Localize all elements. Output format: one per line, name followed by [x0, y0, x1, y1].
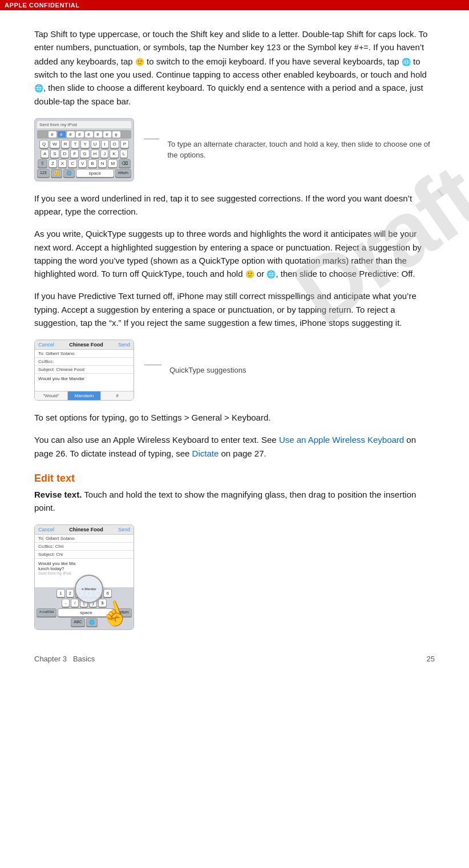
page-footer: Chapter 3 Basics 25: [34, 655, 435, 663]
msg-send: Send: [118, 342, 130, 348]
section-edit-text: Edit text: [34, 473, 435, 485]
para-settings: To set options for typing, go to Setting…: [34, 411, 435, 424]
confidential-bar: APPLE CONFIDENTIAL: [0, 0, 469, 10]
key-u: U: [91, 140, 100, 148]
figure-keyboard: Sent from my iPod è é ê ë ē ĕ ė ę Q W R: [34, 118, 435, 181]
intro-or: or the Symbol key: [281, 42, 354, 52]
key-p: P: [120, 140, 129, 148]
key-abc: ABC: [71, 618, 84, 627]
qt-word-1: "Would": [35, 391, 68, 400]
msg2-cancel: Cancel: [38, 527, 54, 532]
key-x: X: [58, 159, 67, 168]
msg-subject: Subject: Chinese Food: [35, 366, 134, 374]
key-d: D: [60, 150, 70, 158]
emoji-icon: 🙂: [135, 58, 144, 66]
key-o: O: [110, 140, 119, 148]
qt-word-2: Mandarin: [68, 391, 101, 400]
alt-char-e-circ: ê: [67, 131, 75, 138]
key-y: Y: [80, 140, 89, 148]
msg2-body: Would you like Ma lunch today? Sent from…: [35, 559, 134, 587]
globe-icon-2: 🌐: [34, 84, 43, 92]
figure2-caption-block: QuickType suggestions: [144, 365, 246, 376]
key-6: 6: [103, 589, 111, 597]
revise-bold: Revise text.: [34, 490, 82, 499]
quicktype-text-2: , then slide to choose Predictive: Off.: [276, 269, 415, 278]
smile-icon-qt: 🙂: [245, 270, 254, 278]
key-space: space: [76, 169, 114, 177]
footer-chapter: Chapter 3 Basics: [34, 655, 95, 663]
key-c: C: [68, 159, 77, 168]
key-2: 2: [66, 589, 74, 597]
key-shift: ⇧: [38, 159, 47, 168]
key-return: return: [115, 169, 131, 177]
keyboard-header: Sent from my iPod: [37, 121, 131, 129]
keyboard-mockup: Sent from my iPod è é ê ë ē ĕ ė ę Q W R: [34, 118, 134, 181]
key-b: B: [88, 159, 96, 168]
intro-emoji-hint: to switch to the emoji keyboard. If you …: [144, 56, 402, 66]
msg2-body-text: Would you like Ma: [38, 561, 130, 566]
callout-dash: [144, 139, 159, 139]
key-q: Q: [39, 140, 48, 148]
key-globe2: 🌐: [86, 618, 98, 627]
alt-char-e-uml: ë: [76, 131, 84, 138]
msg2-body-text2: lunch today?: [38, 566, 130, 571]
wireless-end: on page 27.: [219, 449, 266, 458]
symbol-key: #+=: [354, 43, 368, 53]
quicktype-bar: "Would" Mandarin if: [35, 391, 134, 400]
key-emoji: 🙂: [51, 169, 62, 177]
key-a: A: [41, 150, 49, 158]
msg2-header: Cancel Chinese Food Send: [35, 525, 134, 535]
intro-paragraph: Tap Shift to type uppercase, or touch th…: [34, 27, 435, 108]
msg2-to: To: Gilbert Solano: [35, 535, 134, 543]
figure2-caption: QuickType suggestions: [169, 365, 246, 376]
msg-cc: Cc/Bcc:: [35, 358, 134, 366]
key-f: F: [70, 150, 79, 158]
key-v: V: [78, 159, 87, 168]
msg2-cc: Cc/Bcc: Chri: [35, 543, 134, 551]
para-predictive: If you have Predictive Text turned off, …: [34, 289, 435, 329]
key-123: 123: [37, 169, 50, 177]
key-z: Z: [48, 159, 57, 168]
para-underline: If you see a word underlined in red, tap…: [34, 192, 435, 219]
msg2-subject2: Subject: Chi: [35, 551, 134, 559]
intro-part3: , then slide to choose a different keybo…: [34, 83, 423, 106]
wireless-keyboard-link[interactable]: Use an Apple Wireless Keyboard: [279, 435, 404, 445]
msg-to: To: Gilbert Solano: [35, 350, 134, 358]
msg-subject-label: Chinese Food: [69, 342, 103, 348]
msg-cancel: Cancel: [38, 342, 54, 348]
key-n: N: [98, 159, 107, 168]
key-globe: 🌐: [63, 169, 75, 177]
para-quicktype: As you write, QuickType suggests up to t…: [34, 227, 435, 280]
key-dash: -: [62, 599, 70, 607]
msg2-subject: Chinese Food: [69, 527, 103, 532]
key-m: M: [108, 159, 118, 168]
key-r: R: [61, 140, 70, 148]
dictate-link[interactable]: Dictate: [192, 449, 219, 458]
figure-quicktype: Cancel Chinese Food Send To: Gilbert Sol…: [34, 340, 435, 401]
alt-char-e-acute: é: [58, 131, 66, 138]
qt-word-3: if: [101, 391, 134, 400]
msg2-send: Send: [118, 527, 130, 532]
globe-icon: 🌐: [402, 58, 411, 66]
key-l: L: [120, 150, 128, 158]
msg-header: Cancel Chinese Food Send: [35, 340, 134, 350]
quicktype-or: or: [254, 269, 267, 278]
key-1: 1: [56, 589, 64, 597]
key-i: I: [101, 140, 109, 148]
kb-row-2: A S D F G H J K L: [37, 150, 131, 158]
para-revise: Revise text. Touch and hold the text to …: [34, 488, 435, 515]
alt-char-e-grave: è: [48, 131, 56, 138]
key-g: G: [80, 150, 89, 158]
keyboard-image: Sent from my iPod è é ê ë ē ĕ ė ę Q W R: [34, 118, 134, 181]
number-key: 123: [266, 43, 281, 53]
alt-char-e-ogon: ę: [112, 131, 120, 138]
wireless-text-1: You can also use an Apple Wireless Keybo…: [34, 435, 279, 445]
para-wireless: You can also use an Apple Wireless Keybo…: [34, 433, 435, 460]
key-delete: ⌫: [119, 159, 131, 168]
key-j: J: [100, 150, 108, 158]
figure1-caption-block: To type an alternate character, touch an…: [144, 139, 435, 161]
key-t: T: [71, 140, 79, 148]
alt-char-e-mac: ē: [85, 131, 93, 138]
key-hasheq: #+\u003d: [37, 608, 56, 617]
message-image: Cancel Chinese Food Send To: Gilbert Sol…: [34, 340, 134, 401]
